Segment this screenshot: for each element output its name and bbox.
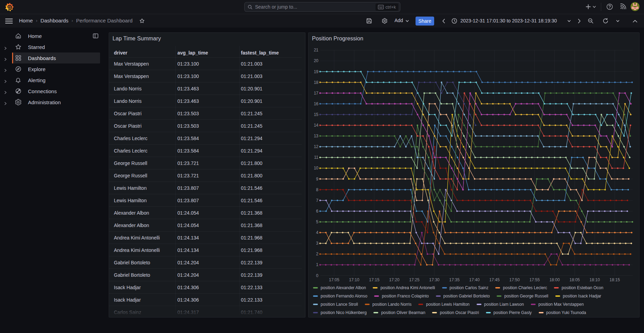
- svg-text:6: 6: [316, 209, 319, 214]
- svg-text:16: 16: [314, 101, 319, 106]
- svg-text:18:10: 18:10: [589, 277, 600, 282]
- svg-text:9: 9: [316, 177, 319, 182]
- svg-text:13: 13: [314, 134, 319, 138]
- svg-text:21: 21: [314, 48, 319, 52]
- svg-text:17:40: 17:40: [469, 277, 480, 282]
- svg-text:17:30: 17:30: [429, 277, 439, 282]
- svg-text:17:20: 17:20: [389, 277, 399, 282]
- svg-text:17:35: 17:35: [449, 277, 460, 282]
- svg-text:18:00: 18:00: [549, 277, 560, 282]
- svg-text:14: 14: [314, 123, 319, 128]
- svg-text:20: 20: [314, 58, 319, 63]
- svg-text:19: 19: [314, 69, 319, 74]
- svg-text:2: 2: [316, 252, 319, 256]
- svg-text:7: 7: [316, 198, 319, 203]
- svg-text:18:15: 18:15: [609, 277, 620, 282]
- svg-text:1: 1: [316, 262, 319, 267]
- svg-text:4: 4: [316, 230, 319, 235]
- svg-text:10: 10: [314, 166, 319, 170]
- svg-text:17:25: 17:25: [409, 277, 419, 282]
- svg-text:17: 17: [314, 91, 319, 96]
- svg-text:17:05: 17:05: [329, 277, 339, 282]
- svg-text:12: 12: [314, 144, 319, 149]
- svg-text:17:15: 17:15: [369, 277, 379, 282]
- svg-text:15: 15: [314, 112, 319, 117]
- svg-text:18: 18: [314, 80, 319, 85]
- svg-text:0: 0: [316, 273, 319, 278]
- svg-text:17:55: 17:55: [529, 277, 540, 282]
- svg-text:17:45: 17:45: [489, 277, 500, 282]
- svg-text:18:05: 18:05: [569, 277, 580, 282]
- svg-text:17:10: 17:10: [349, 277, 359, 282]
- svg-text:3: 3: [316, 241, 319, 246]
- svg-text:17:50: 17:50: [509, 277, 520, 282]
- svg-text:8: 8: [316, 187, 319, 192]
- svg-text:11: 11: [314, 155, 319, 160]
- svg-text:5: 5: [316, 219, 319, 224]
